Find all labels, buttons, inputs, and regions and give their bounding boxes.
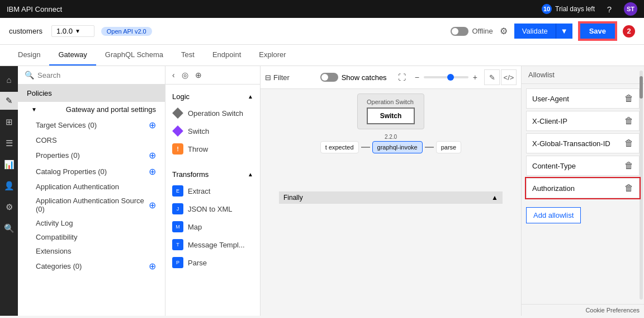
show-catches-toggle-track[interactable] bbox=[320, 73, 338, 82]
sidebar-item-app-auth-source[interactable]: Application Authentication Source (0) ⊕ bbox=[18, 194, 165, 216]
canvas-back-button[interactable]: ‹ bbox=[170, 69, 177, 81]
settings-button[interactable]: ⚙ bbox=[500, 26, 508, 36]
gateway-section-header[interactable]: ▼ Gateway and portal settings bbox=[18, 102, 165, 117]
add-app-auth-source-icon[interactable]: ⊕ bbox=[149, 200, 156, 211]
sidebar-item-compatibility[interactable]: Compatibility bbox=[18, 230, 165, 244]
sidebar-item-catalog-properties[interactable]: Catalog Properties (0) ⊕ bbox=[18, 163, 165, 180]
sidebar-item-app-auth[interactable]: Application Authentication bbox=[18, 180, 165, 194]
add-target-services-icon[interactable]: ⊕ bbox=[149, 120, 156, 130]
search-box: 🔍 bbox=[18, 66, 165, 85]
sidebar-item-label: Extensions bbox=[36, 247, 72, 255]
policies-item[interactable]: Policies bbox=[18, 85, 165, 102]
add-categories-icon[interactable]: ⊕ bbox=[149, 261, 156, 272]
add-allowlist-button[interactable]: Add allowlist bbox=[526, 207, 581, 223]
zoom-out-button[interactable]: − bbox=[413, 72, 422, 83]
add-properties-icon[interactable]: ⊕ bbox=[149, 150, 156, 161]
delete-content-type-button[interactable]: 🗑 bbox=[624, 161, 633, 171]
logic-item-operation-switch[interactable]: Operation Switch bbox=[165, 104, 260, 122]
sidebar-item-target-services[interactable]: Target Services (0) ⊕ bbox=[18, 117, 165, 133]
nav-settings-icon[interactable]: ⚙ bbox=[0, 198, 18, 216]
tab-gateway[interactable]: Gateway bbox=[49, 45, 96, 66]
flow-node-expected: t expected bbox=[320, 141, 359, 153]
nav-edit-icon[interactable]: ✎ bbox=[0, 92, 18, 110]
zoom-controls: − + bbox=[413, 72, 480, 83]
version-selector[interactable]: 1.0.0 ▼ bbox=[51, 25, 94, 37]
switch-label: Switch bbox=[380, 112, 402, 120]
sidebar-item-label: Categories (0) bbox=[36, 262, 82, 270]
save-button[interactable]: Save bbox=[579, 22, 616, 40]
allowlist-items: User-Agent 🗑 X-Client-IP 🗑 X-Global-Tran… bbox=[522, 84, 644, 203]
code-button[interactable]: </> bbox=[501, 69, 517, 85]
logic-item-extract[interactable]: E Extract bbox=[165, 182, 260, 200]
canvas-zoom-button[interactable]: ⊕ bbox=[193, 69, 204, 81]
offline-toggle-track[interactable] bbox=[451, 27, 468, 36]
topbar-right: 10 Trial days left ? ST bbox=[542, 1, 637, 17]
canvas-fullscreen-button[interactable]: ⛶ bbox=[396, 72, 408, 83]
logic-item-parse[interactable]: P Parse bbox=[165, 254, 260, 272]
cookie-preferences[interactable]: Cookie Preferences bbox=[522, 304, 644, 316]
sidebar-item-cors[interactable]: CORS bbox=[18, 133, 165, 147]
delete-user-agent-button[interactable]: 🗑 bbox=[624, 93, 633, 104]
sidebar-item-extensions[interactable]: Extensions bbox=[18, 244, 165, 258]
tab-endpoint[interactable]: Endpoint bbox=[203, 45, 250, 66]
validate-dropdown-button[interactable]: ▼ bbox=[556, 24, 572, 39]
left-panel: 🔍 Policies ▼ Gateway and portal settings… bbox=[18, 66, 165, 316]
tab-explorer[interactable]: Explorer bbox=[250, 45, 295, 66]
trial-badge: 10 Trial days left bbox=[542, 4, 595, 14]
show-catches-toggle-thumb bbox=[321, 74, 328, 81]
transforms-collapse-icon: ▲ bbox=[248, 171, 253, 177]
logic-item-label: Throw bbox=[188, 145, 208, 153]
delete-x-global-transaction-button[interactable]: 🗑 bbox=[624, 138, 633, 148]
logic-section-label: Logic bbox=[172, 92, 190, 101]
sidebar-item-activity-log[interactable]: Activity Log bbox=[18, 216, 165, 230]
transforms-section-header[interactable]: Transforms ▲ bbox=[165, 167, 260, 182]
flow-node-parse: parse bbox=[436, 141, 462, 153]
offline-label: Offline bbox=[472, 27, 493, 35]
scroll-thumb bbox=[640, 76, 643, 99]
filter-button[interactable]: ⊟ Filter bbox=[265, 73, 290, 82]
canvas-fit-button[interactable]: ◎ bbox=[179, 69, 191, 81]
logic-item-message-template[interactable]: T Message Templ... bbox=[165, 236, 260, 254]
logic-item-switch[interactable]: Switch bbox=[165, 122, 260, 140]
help-button[interactable]: ? bbox=[602, 1, 617, 17]
scroll-track bbox=[640, 71, 643, 300]
diamond-gray-icon bbox=[172, 107, 183, 119]
zoom-slider[interactable] bbox=[424, 76, 468, 78]
allowlist-item-label: User-Agent bbox=[532, 95, 621, 103]
op-switch-label: Operation Switch bbox=[367, 99, 415, 105]
search-icon: 🔍 bbox=[25, 71, 34, 80]
delete-x-client-ip-button[interactable]: 🗑 bbox=[624, 116, 633, 126]
validate-button[interactable]: Validate bbox=[514, 24, 556, 39]
nav-chart-icon[interactable]: 📊 bbox=[0, 156, 18, 174]
zoom-in-button[interactable]: + bbox=[471, 72, 480, 83]
tab-test[interactable]: Test bbox=[172, 45, 203, 66]
tab-graphql[interactable]: GraphQL Schema bbox=[96, 45, 172, 66]
sidebar-item-properties[interactable]: Properties (0) ⊕ bbox=[18, 147, 165, 163]
logic-item-map[interactable]: M Map bbox=[165, 218, 260, 236]
logic-section-header[interactable]: Logic ▲ bbox=[165, 89, 260, 104]
canvas-area: Operation Switch Switch 2.2.0 t expected bbox=[261, 89, 521, 316]
nav-list-icon[interactable]: ☰ bbox=[0, 134, 18, 152]
logic-item-throw[interactable]: ! Throw bbox=[165, 140, 260, 158]
edit-button[interactable]: ✎ bbox=[484, 69, 500, 85]
nav-grid-icon[interactable]: ⊞ bbox=[0, 113, 18, 131]
search-input[interactable] bbox=[37, 71, 158, 80]
main-layout: ⌂ ✎ ⊞ ☰ 📊 👤 ⚙ 🔍 🔍 Policies ▼ Gateway and… bbox=[0, 66, 644, 316]
header-row: customers 1.0.0 ▼ Open API v2.0 Offline … bbox=[0, 18, 644, 45]
canvas-toolbar: ⊟ Filter Show catches ⛶ − + ✎ </> bbox=[261, 66, 521, 89]
flow-connector-2 bbox=[425, 147, 434, 148]
nav-home-icon[interactable]: ⌂ bbox=[0, 71, 18, 88]
logic-item-json-to-xml[interactable]: J JSON to XML bbox=[165, 200, 260, 218]
nav-search-icon[interactable]: 🔍 bbox=[0, 219, 18, 237]
allowlist-item-label: X-Client-IP bbox=[532, 117, 621, 125]
sidebar-item-label: Properties (0) bbox=[36, 151, 80, 160]
map-icon: M bbox=[172, 221, 183, 232]
gateway-section-title: Gateway and portal settings bbox=[66, 105, 156, 114]
tab-design[interactable]: Design bbox=[9, 45, 49, 66]
finally-collapse-icon: ▲ bbox=[491, 194, 498, 202]
allowlist-item-x-client-ip: X-Client-IP 🗑 bbox=[526, 111, 640, 131]
delete-authorization-button[interactable]: 🗑 bbox=[624, 183, 633, 193]
add-catalog-icon[interactable]: ⊕ bbox=[149, 166, 156, 177]
nav-users-icon[interactable]: 👤 bbox=[0, 177, 18, 195]
sidebar-item-categories[interactable]: Categories (0) ⊕ bbox=[18, 258, 165, 274]
